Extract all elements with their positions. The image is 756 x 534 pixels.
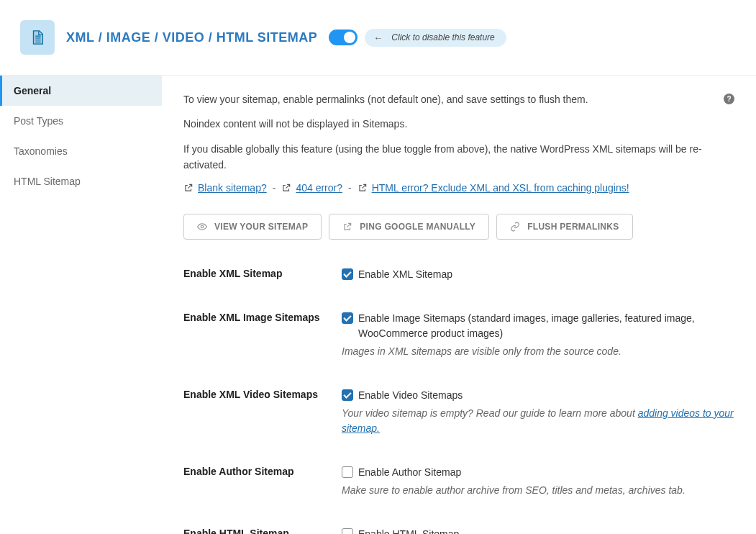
checkbox-video-sitemap[interactable] [342, 389, 353, 401]
external-link-icon [281, 183, 291, 193]
intro-line-1: To view your sitemap, enable permalinks … [183, 91, 734, 107]
field-title-image: Enable XML Image Sitemaps [183, 311, 342, 359]
sidebar-item-post-types[interactable]: Post Types [0, 106, 162, 136]
help-text-video: Your video sitemap is empty? Read our gu… [342, 406, 734, 436]
help-icon[interactable]: ? [724, 94, 734, 104]
sidebar-item-label: Taxonomies [14, 145, 68, 157]
sidebar-item-label: General [14, 85, 51, 96]
separator: - [348, 182, 352, 194]
sidebar-item-label: HTML Sitemap [14, 176, 81, 187]
checkbox-author-sitemap[interactable] [342, 466, 353, 478]
link-icon [510, 222, 520, 232]
sidebar-item-general[interactable]: General [0, 76, 162, 106]
action-buttons: VIEW YOUR SITEMAP PING GOOGLE MANUALLY F… [183, 214, 734, 240]
help-text-image: Images in XML sitemaps are visible only … [342, 344, 734, 359]
svg-point-0 [201, 225, 204, 228]
field-title-author: Enable Author Sitemap [183, 465, 342, 498]
page-header: XML / IMAGE / VIDEO / HTML SITEMAP ← Cli… [0, 0, 756, 76]
share-icon [342, 222, 352, 232]
checkbox-label: Enable Video Sitemaps [358, 388, 463, 403]
checkbox-xml-sitemap[interactable] [342, 268, 353, 280]
field-title-html: Enable HTML Sitemap [183, 527, 342, 534]
external-link-icon [183, 183, 193, 193]
link-html-error[interactable]: HTML error? Exclude XML and XSL from cac… [372, 182, 629, 194]
separator: - [273, 182, 276, 194]
field-title-video: Enable XML Video Sitemaps [183, 388, 342, 436]
sitemap-icon [20, 20, 55, 55]
ping-google-button[interactable]: PING GOOGLE MANUALLY [329, 214, 489, 240]
toggle-knob [344, 32, 355, 43]
toggle-hint-text: Click to disable this feature [391, 32, 494, 42]
checkbox-label: Enable HTML Sitemap [358, 527, 459, 534]
view-sitemap-button[interactable]: VIEW YOUR SITEMAP [183, 214, 322, 240]
help-text-author: Make sure to enable author archive from … [342, 483, 734, 498]
checkbox-html-sitemap[interactable] [342, 528, 353, 534]
button-label: VIEW YOUR SITEMAP [214, 222, 308, 232]
link-blank-sitemap[interactable]: Blank sitemap? [198, 182, 267, 194]
sidebar-item-taxonomies[interactable]: Taxonomies [0, 136, 162, 166]
toggle-hint: ← Click to disable this feature [365, 29, 506, 47]
help-links-row: Blank sitemap? - 404 error? - HTML error… [183, 182, 734, 194]
feature-toggle[interactable] [329, 30, 357, 45]
checkbox-label: Enable XML Sitemap [358, 267, 452, 282]
sidebar-item-label: Post Types [14, 115, 63, 127]
page-title: XML / IMAGE / VIDEO / HTML SITEMAP [66, 30, 317, 45]
intro-line-2: Noindex content will not be displayed in… [183, 116, 734, 132]
button-label: FLUSH PERMALINKS [527, 222, 619, 232]
button-label: PING GOOGLE MANUALLY [360, 222, 475, 232]
flush-permalinks-button[interactable]: FLUSH PERMALINKS [496, 214, 632, 240]
checkbox-label: Enable Image Sitemaps (standard images, … [358, 311, 734, 341]
eye-icon [197, 222, 207, 232]
link-404-error[interactable]: 404 error? [296, 182, 342, 194]
sidebar-item-html-sitemap[interactable]: HTML Sitemap [0, 166, 162, 196]
checkbox-image-sitemap[interactable] [342, 312, 353, 324]
sidebar: General Post Types Taxonomies HTML Sitem… [0, 76, 162, 534]
field-title-xml: Enable XML Sitemap [183, 267, 342, 282]
help-text-prefix: Your video sitemap is empty? Read our gu… [342, 407, 638, 419]
arrow-left-icon: ← [373, 32, 383, 43]
external-link-icon [357, 183, 368, 193]
checkbox-label: Enable Author Sitemap [358, 465, 461, 480]
intro-line-3: If you disable globally this feature (us… [183, 141, 734, 173]
main-content: ? To view your sitemap, enable permalink… [162, 76, 756, 534]
